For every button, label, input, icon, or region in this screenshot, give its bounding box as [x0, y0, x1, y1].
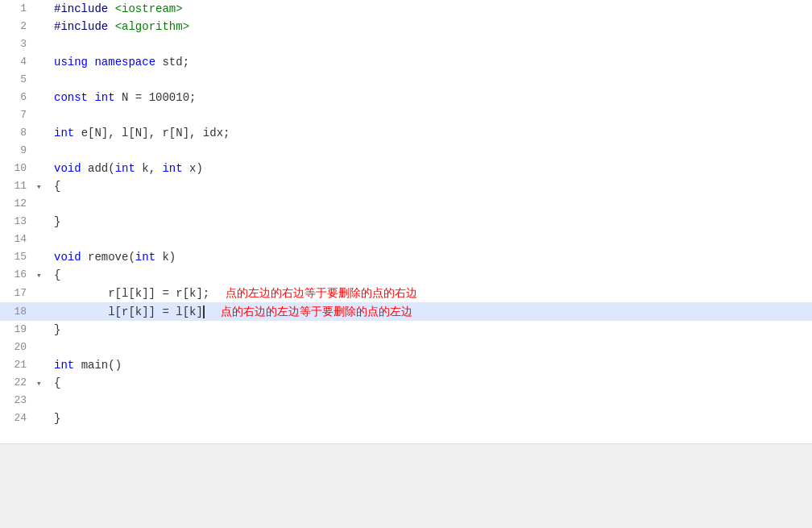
- code-text: }: [54, 215, 60, 228]
- table-row: 8 int e[N], l[N], r[N], idx;: [0, 124, 812, 142]
- keyword: #include: [54, 20, 108, 33]
- line-content-16[interactable]: {: [48, 266, 812, 284]
- line-number-4: 4: [0, 53, 36, 71]
- keyword: int: [94, 91, 114, 104]
- line-content-3[interactable]: [48, 35, 812, 53]
- table-row: 15 void remove(int k): [0, 248, 812, 266]
- table-row: 14: [0, 231, 812, 248]
- line-content-7[interactable]: [48, 106, 812, 124]
- keyword: int: [115, 162, 135, 175]
- line-content-10[interactable]: void add(int k, int x): [48, 160, 812, 177]
- code-area: 1 #include <iostream> 2 #include <algori…: [0, 0, 812, 443]
- table-row: 11 ▾ {: [0, 177, 812, 195]
- code-editor[interactable]: 1 #include <iostream> 2 #include <algori…: [0, 0, 812, 444]
- table-row: 12: [0, 195, 812, 213]
- table-row: 4 using namespace std;: [0, 53, 812, 71]
- line-number-20: 20: [0, 339, 36, 356]
- code-text: e[N], l[N], r[N], idx;: [81, 127, 230, 139]
- line-content-4[interactable]: using namespace std;: [48, 53, 812, 71]
- text-cursor: [203, 306, 205, 318]
- table-row: 3: [0, 35, 812, 53]
- code-text: x): [183, 162, 203, 175]
- fold-4: [36, 53, 48, 71]
- line-number-16: 16: [0, 266, 36, 284]
- fold-9: [36, 142, 48, 160]
- line-content-18[interactable]: l[r[k]] = l[k]点的右边的左边等于要删除的点的左边: [48, 302, 812, 321]
- keyword: const: [54, 91, 88, 104]
- fold-22[interactable]: ▾: [36, 374, 48, 392]
- line-number-21: 21: [0, 356, 36, 374]
- line-number-18: 18: [0, 302, 36, 321]
- keyword: int: [54, 127, 74, 139]
- line-content-2[interactable]: #include <algorithm>: [48, 18, 812, 35]
- fold-12: [36, 195, 48, 213]
- keyword: namespace: [94, 56, 155, 69]
- line-content-9[interactable]: [48, 142, 812, 160]
- line-number-6: 6: [0, 89, 36, 106]
- code-text: remove(: [88, 251, 135, 264]
- code-text: }: [54, 412, 60, 425]
- fold-21: [36, 356, 48, 374]
- line-content-13[interactable]: }: [48, 213, 812, 231]
- keyword: using: [54, 56, 88, 69]
- code-text: r[l[k]] = r[k];: [54, 287, 209, 300]
- line-number-13: 13: [0, 213, 36, 231]
- line-number-5: 5: [0, 71, 36, 89]
- table-row: 19 }: [0, 321, 812, 339]
- line-number-23: 23: [0, 392, 36, 410]
- table-row: 23: [0, 392, 812, 410]
- table-row: 7: [0, 106, 812, 124]
- line-content-17[interactable]: r[l[k]] = r[k];点的左边的右边等于要删除的点的右边: [48, 284, 812, 302]
- line-number-3: 3: [0, 35, 36, 53]
- line-number-12: 12: [0, 195, 36, 213]
- fold-17: [36, 284, 48, 302]
- table-row: 24 }: [0, 410, 812, 427]
- fold-11[interactable]: ▾: [36, 177, 48, 195]
- line-content-15[interactable]: void remove(int k): [48, 248, 812, 266]
- table-row: 1 #include <iostream>: [0, 0, 812, 18]
- table-row: 18 l[r[k]] = l[k]点的右边的左边等于要删除的点的左边: [0, 302, 812, 321]
- line-content-14[interactable]: [48, 231, 812, 248]
- fold-23: [36, 392, 48, 410]
- line-content-24[interactable]: }: [48, 410, 812, 427]
- fold-1: [36, 0, 48, 18]
- line-content-5[interactable]: [48, 71, 812, 89]
- line-content-11[interactable]: {: [48, 177, 812, 195]
- keyword: int: [162, 162, 182, 175]
- line-number-14: 14: [0, 231, 36, 248]
- code-text: k): [155, 251, 176, 264]
- line-number-15: 15: [0, 248, 36, 266]
- table-row: 16 ▾ {: [0, 266, 812, 284]
- line-content-6[interactable]: const int N = 100010;: [48, 89, 812, 106]
- fold-20: [36, 339, 48, 356]
- line-number-1: 1: [0, 0, 36, 18]
- keyword: int: [135, 251, 155, 264]
- fold-13: [36, 213, 48, 231]
- line-content-1[interactable]: #include <iostream>: [48, 0, 812, 18]
- table-row: 5: [0, 71, 812, 89]
- code-text: }: [54, 323, 60, 336]
- fold-8: [36, 124, 48, 142]
- fold-7: [36, 106, 48, 124]
- fold-18: [36, 302, 48, 321]
- keyword: int: [54, 359, 74, 372]
- line-number-22: 22: [0, 374, 36, 392]
- line-number-7: 7: [0, 106, 36, 124]
- fold-2: [36, 18, 48, 35]
- keyword: void: [54, 251, 81, 264]
- line-content-20[interactable]: [48, 339, 812, 356]
- line-content-19[interactable]: }: [48, 321, 812, 339]
- line-number-10: 10: [0, 160, 36, 177]
- line-content-12[interactable]: [48, 195, 812, 213]
- line-number-9: 9: [0, 142, 36, 160]
- line-number-17: 17: [0, 284, 36, 302]
- fold-16[interactable]: ▾: [36, 266, 48, 284]
- keyword: #include: [54, 2, 108, 15]
- line-content-22[interactable]: {: [48, 374, 812, 392]
- line-content-23[interactable]: [48, 392, 812, 410]
- line-content-21[interactable]: int main(): [48, 356, 812, 374]
- line-content-8[interactable]: int e[N], l[N], r[N], idx;: [48, 124, 812, 142]
- table-row: 20: [0, 339, 812, 356]
- fold-19: [36, 321, 48, 339]
- table-row: 9: [0, 142, 812, 160]
